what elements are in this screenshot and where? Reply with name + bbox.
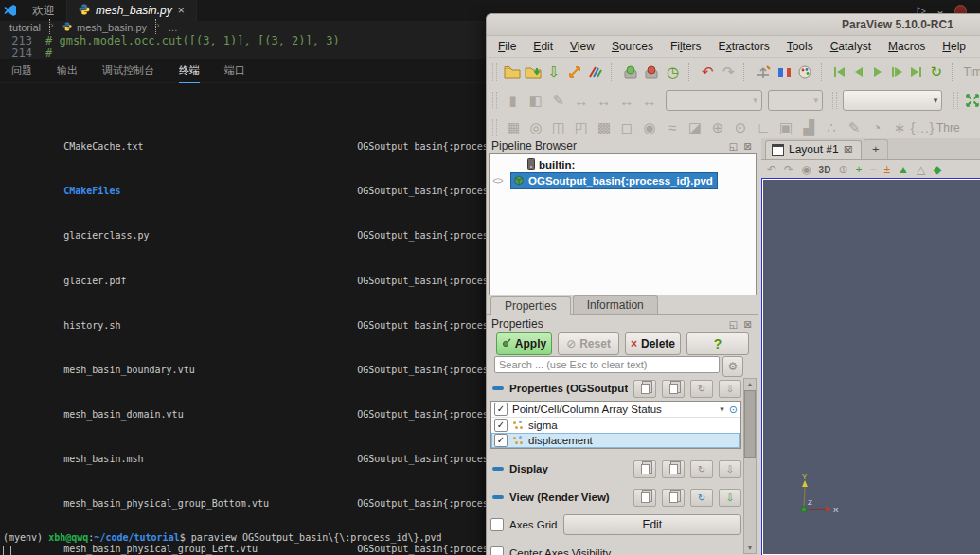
checkbox-axes-grid[interactable]: [490, 518, 504, 531]
toolbar-handle[interactable]: [953, 92, 958, 109]
breadcrumb-file[interactable]: mesh_basin.py: [77, 22, 147, 33]
save-view-defaults-icon[interactable]: ⇩: [719, 489, 741, 507]
rescale-to-data-range-icon[interactable]: ↔: [571, 90, 592, 111]
play-icon[interactable]: [869, 63, 886, 81]
checkbox-array-status[interactable]: ✓: [494, 403, 508, 416]
menu-file[interactable]: File: [498, 40, 516, 53]
scrollbar-thumb[interactable]: [744, 390, 756, 458]
panel-tab-ports[interactable]: 端口: [224, 59, 245, 83]
extract-block-icon[interactable]: ∗: [889, 117, 910, 138]
zoom-to-data-icon[interactable]: ⊕: [838, 163, 847, 176]
add-center-icon[interactable]: +: [855, 163, 862, 176]
menu-help[interactable]: Help: [942, 40, 966, 53]
group-datasets-icon[interactable]: ⊕: [707, 117, 728, 138]
toolbar-handle[interactable]: [492, 92, 497, 109]
calculator-icon[interactable]: ▦: [503, 117, 524, 138]
load-state-icon[interactable]: ⇩: [544, 62, 563, 82]
float-dock-icon[interactable]: ◱: [727, 140, 739, 152]
plot-selection-over-time-icon[interactable]: ∴: [821, 117, 842, 138]
transform-arrows-icon[interactable]: [565, 62, 584, 82]
panel-tab-output[interactable]: 输出: [57, 59, 78, 83]
toolbar-handle[interactable]: [832, 92, 837, 109]
pipeline-selected-item[interactable]: OGSoutput_basin{:process_id}.pvd: [510, 172, 718, 189]
edit-color-legend-icon[interactable]: ✎: [548, 90, 569, 111]
visibility-eye-icon[interactable]: [490, 175, 507, 187]
close-layout-icon[interactable]: ⊠: [844, 143, 853, 156]
close-dock-icon[interactable]: ⊠: [741, 318, 754, 331]
reset-center-icon[interactable]: ±: [884, 163, 891, 176]
toggle-color-legend-icon[interactable]: ▮: [503, 90, 524, 111]
warp-by-vector-icon[interactable]: ◪: [685, 117, 705, 138]
breadcrumb-symbol[interactable]: ...: [169, 22, 177, 33]
panel-tab-debug-console[interactable]: 调试控制台: [102, 59, 154, 83]
toolbar-handle[interactable]: [492, 63, 497, 81]
properties-scrollbar[interactable]: ▲ ▼: [743, 378, 757, 554]
next-frame-icon[interactable]: [888, 63, 905, 81]
representation-type-combo[interactable]: ▾: [843, 90, 943, 111]
reload-display-icon[interactable]: ↻: [690, 460, 713, 478]
pipeline-item-source[interactable]: OGSoutput_basin{:process_id}.pvd: [490, 172, 756, 188]
find-data-icon[interactable]: [642, 62, 661, 82]
tab-properties[interactable]: Properties: [490, 296, 571, 315]
tab-information[interactable]: Information: [573, 295, 658, 314]
copy-display-icon[interactable]: [633, 460, 656, 478]
color-by-combo[interactable]: ▾: [768, 90, 823, 111]
breadcrumb-root[interactable]: tutorial: [9, 22, 41, 33]
menu-view[interactable]: View: [570, 40, 595, 53]
extract-group-icon[interactable]: ⊙: [730, 117, 751, 138]
toggle-2d-3d-icon[interactable]: 3D: [819, 165, 831, 175]
extract-selection-icon[interactable]: ▣: [775, 117, 796, 138]
edit-axes-grid-button[interactable]: Edit: [563, 514, 742, 535]
color-palette-icon[interactable]: [795, 62, 814, 82]
close-dock-icon[interactable]: ⊠: [741, 140, 754, 152]
time-inspector-icon[interactable]: ◷: [663, 62, 682, 82]
checkbox-center-axes[interactable]: [490, 546, 504, 555]
paste-display-icon[interactable]: [662, 460, 685, 478]
threshold-icon[interactable]: ▩: [594, 117, 615, 138]
menu-sources[interactable]: Sources: [612, 40, 653, 53]
close-tab-icon[interactable]: ×: [178, 4, 185, 17]
panel-tab-problems[interactable]: 问题: [11, 59, 32, 83]
select-block-icon[interactable]: ◆: [933, 163, 941, 176]
tab-layout-1[interactable]: Layout #1 ⊠: [765, 140, 862, 159]
save-display-defaults-icon[interactable]: ⇩: [719, 460, 741, 478]
delete-button[interactable]: × Delete: [625, 332, 681, 355]
clip-icon[interactable]: ◫: [548, 117, 569, 138]
reload-properties-icon[interactable]: ↻: [690, 380, 713, 398]
camera-undo-icon[interactable]: ↶: [767, 163, 776, 176]
open-file-icon[interactable]: [503, 62, 522, 82]
query-data-icon[interactable]: [621, 62, 640, 82]
loop-icon[interactable]: ↻: [927, 62, 946, 82]
select-points-icon[interactable]: △: [917, 163, 925, 176]
breadcrumb[interactable]: tutorial › mesh_basin.py › ...: [0, 21, 495, 34]
rescale-to-visible-icon[interactable]: ↔: [639, 90, 660, 111]
menu-catalyst[interactable]: Catalyst: [830, 40, 871, 53]
undo-icon[interactable]: ↶: [698, 62, 717, 82]
float-dock-icon[interactable]: ◱: [727, 318, 739, 331]
menu-filters[interactable]: Filters: [670, 40, 702, 53]
slice-icon[interactable]: ◰: [571, 117, 592, 138]
redo-icon[interactable]: ↷: [719, 62, 738, 82]
array-row-sigma[interactable]: ✓ sigma: [491, 418, 740, 433]
select-cells-icon[interactable]: ▲: [898, 163, 909, 176]
color-brush-icon[interactable]: [586, 62, 605, 82]
section-view[interactable]: View (Render View) ↻ ⇩: [490, 487, 741, 508]
array-status-header[interactable]: ✓ Point/Cell/Column Array Status ▾ ⊙: [491, 402, 740, 418]
add-layout-tab[interactable]: +: [864, 139, 888, 159]
histogram-icon[interactable]: ▟: [798, 117, 819, 138]
annotate-icon[interactable]: ✎: [844, 117, 864, 138]
contour-icon[interactable]: ◎: [526, 117, 546, 138]
plot-over-line-icon[interactable]: ∟: [753, 117, 774, 138]
camera-3d-icon[interactable]: [754, 62, 773, 82]
programmable-filter-icon[interactable]: {…}: [912, 117, 933, 138]
color-map-editor-icon[interactable]: [775, 62, 793, 82]
menu-extractors[interactable]: Extractors: [719, 40, 770, 53]
render-view-canvas[interactable]: X Y Z: [763, 180, 980, 554]
reset-button[interactable]: ⊘ Reset: [558, 332, 619, 355]
capture-screenshot-icon[interactable]: ◉: [801, 163, 811, 176]
pipeline-tree[interactable]: builtin: OGSoutput_basin{:process_id}.pv…: [489, 153, 757, 295]
checkbox-array[interactable]: ✓: [494, 434, 508, 447]
edit-color-map-icon[interactable]: ◧: [526, 90, 546, 111]
glyph-icon[interactable]: ◉: [639, 117, 660, 138]
code-editor[interactable]: 213 # gmsh.model.occ.cut([(3, 1)], [(3, …: [0, 35, 486, 59]
